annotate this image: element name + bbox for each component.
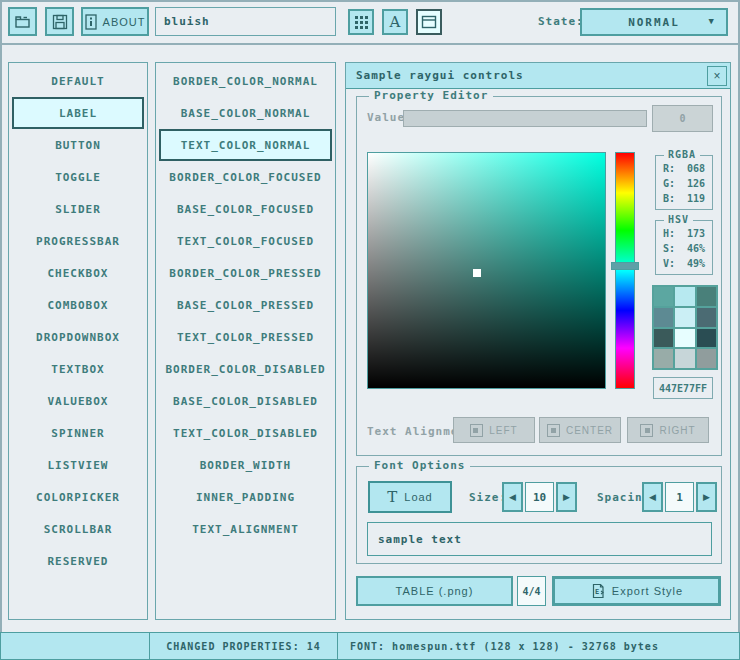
palette-swatch[interactable] bbox=[697, 349, 716, 368]
hue-bar[interactable] bbox=[615, 152, 635, 389]
page-indicator-value: 4/4 bbox=[522, 586, 540, 597]
palette-swatch[interactable] bbox=[654, 329, 673, 348]
properties-list-item[interactable]: BASE_COLOR_NORMAL bbox=[156, 97, 335, 129]
hex-value-box[interactable]: 447E77FF bbox=[653, 377, 713, 399]
text-t-icon: T bbox=[387, 488, 398, 506]
controls-list-item[interactable]: TOGGLE bbox=[9, 161, 147, 193]
controls-list-item[interactable]: DROPDOWNBOX bbox=[9, 321, 147, 353]
floppy-disk-icon bbox=[52, 14, 68, 30]
value-number-box[interactable]: 0 bbox=[652, 105, 713, 132]
controls-list-item[interactable]: TEXTBOX bbox=[9, 353, 147, 385]
controls-list-item[interactable]: COLORPICKER bbox=[9, 481, 147, 513]
controls-list-item[interactable]: RESERVED bbox=[9, 545, 147, 577]
open-file-button[interactable] bbox=[8, 7, 37, 36]
hsv-panel: HSV H:173 S:46% V:49% bbox=[655, 220, 713, 275]
save-file-button[interactable] bbox=[45, 7, 74, 36]
palette-swatch[interactable] bbox=[697, 308, 716, 327]
align-left-icon bbox=[470, 424, 483, 437]
palette-swatch[interactable] bbox=[675, 329, 694, 348]
status-font-info: FONT: homespun.ttf (128 x 128) - 32768 b… bbox=[337, 632, 740, 660]
palette-swatch[interactable] bbox=[697, 287, 716, 306]
controls-list-item[interactable]: VALUEBOX bbox=[9, 385, 147, 417]
controls-list-item[interactable]: PROGRESSBAR bbox=[9, 225, 147, 257]
align-left-button[interactable]: LEFT bbox=[453, 417, 535, 443]
group-label: Font Options bbox=[369, 459, 470, 472]
spacing-value: 1 bbox=[676, 491, 683, 504]
value-slider[interactable] bbox=[403, 110, 647, 127]
spacing-decrement-button[interactable]: ◀ bbox=[642, 482, 663, 512]
state-dropdown[interactable]: NORMAL ▼ bbox=[580, 8, 728, 36]
grid-icon bbox=[355, 16, 368, 29]
palette-swatch[interactable] bbox=[675, 308, 694, 327]
value-number: 0 bbox=[679, 113, 685, 124]
window-title: Sample raygui controls bbox=[356, 69, 524, 82]
controls-list-item[interactable]: SPINNER bbox=[9, 417, 147, 449]
window-icon bbox=[421, 15, 437, 29]
properties-list-item[interactable]: BORDER_WIDTH bbox=[156, 449, 335, 481]
properties-list-item[interactable]: TEXT_COLOR_DISABLED bbox=[156, 417, 335, 449]
size-value-box[interactable]: 10 bbox=[525, 482, 554, 512]
style-name-input[interactable] bbox=[155, 7, 336, 36]
about-button[interactable]: ABOUT bbox=[81, 7, 149, 36]
color-palette bbox=[652, 285, 718, 370]
hue-selector[interactable] bbox=[611, 262, 639, 270]
style-table-view-button[interactable] bbox=[348, 9, 374, 35]
close-button[interactable]: × bbox=[707, 66, 727, 86]
spacing-increment-button[interactable]: ▶ bbox=[696, 482, 717, 512]
properties-list-item[interactable]: BASE_COLOR_PRESSED bbox=[156, 289, 335, 321]
controls-list-item-selected[interactable]: LABEL bbox=[12, 97, 144, 129]
controls-list-item[interactable]: BUTTON bbox=[9, 129, 147, 161]
export-table-button[interactable]: TABLE (.png) bbox=[356, 576, 513, 606]
sample-text-box[interactable]: sample text bbox=[367, 522, 712, 556]
h-value: 173 bbox=[687, 228, 705, 239]
align-center-button[interactable]: CENTER bbox=[539, 417, 621, 443]
align-right-label: RIGHT bbox=[659, 425, 695, 436]
r-value: 068 bbox=[687, 163, 705, 174]
palette-swatch[interactable] bbox=[654, 308, 673, 327]
control-view-button[interactable] bbox=[416, 9, 442, 35]
palette-swatch[interactable] bbox=[654, 287, 673, 306]
controls-listview: DEFAULT LABEL BUTTON TOGGLE SLIDER PROGR… bbox=[8, 62, 148, 620]
properties-list-item[interactable]: BORDER_COLOR_FOCUSED bbox=[156, 161, 335, 193]
properties-list-item[interactable]: BORDER_COLOR_NORMAL bbox=[156, 65, 335, 97]
size-decrement-button[interactable]: ◀ bbox=[502, 482, 523, 512]
align-right-button[interactable]: RIGHT bbox=[627, 417, 709, 443]
properties-list-item[interactable]: INNER_PADDING bbox=[156, 481, 335, 513]
properties-list-item[interactable]: TEXT_ALIGNMENT bbox=[156, 513, 335, 545]
load-font-button[interactable]: T Load bbox=[368, 481, 452, 513]
properties-list-item[interactable]: TEXT_COLOR_FOCUSED bbox=[156, 225, 335, 257]
close-icon: × bbox=[714, 69, 721, 83]
export-style-button[interactable]: E Export Style bbox=[552, 576, 721, 606]
palette-swatch[interactable] bbox=[675, 287, 694, 306]
properties-list-item[interactable]: BORDER_COLOR_DISABLED bbox=[156, 353, 335, 385]
chevron-down-icon: ▼ bbox=[709, 16, 716, 26]
controls-list-item[interactable]: SCROLLBAR bbox=[9, 513, 147, 545]
properties-list-item[interactable]: BORDER_COLOR_PRESSED bbox=[156, 257, 335, 289]
page-indicator[interactable]: 4/4 bbox=[517, 576, 546, 606]
properties-list-item[interactable]: BASE_COLOR_FOCUSED bbox=[156, 193, 335, 225]
hex-value: 447E77FF bbox=[659, 383, 707, 394]
properties-list-item[interactable]: BASE_COLOR_DISABLED bbox=[156, 385, 335, 417]
controls-list-item[interactable]: SLIDER bbox=[9, 193, 147, 225]
properties-list-item-selected[interactable]: TEXT_COLOR_NORMAL bbox=[159, 129, 332, 161]
load-font-label: Load bbox=[404, 491, 432, 503]
controls-list-item[interactable]: COMBOBOX bbox=[9, 289, 147, 321]
r-label: R: bbox=[663, 163, 675, 174]
controls-list-item[interactable]: LISTVIEW bbox=[9, 449, 147, 481]
palette-swatch[interactable] bbox=[654, 349, 673, 368]
properties-list-item[interactable]: TEXT_COLOR_PRESSED bbox=[156, 321, 335, 353]
font-letter-icon: A bbox=[390, 13, 401, 31]
controls-list-item[interactable]: DEFAULT bbox=[9, 65, 147, 97]
controls-list-item[interactable]: CHECKBOX bbox=[9, 257, 147, 289]
properties-listview: BORDER_COLOR_NORMAL BASE_COLOR_NORMAL TE… bbox=[155, 62, 336, 620]
font-view-button[interactable]: A bbox=[382, 9, 408, 35]
palette-swatch[interactable] bbox=[697, 329, 716, 348]
rgba-label: RGBA bbox=[664, 149, 700, 160]
color-picker-panel[interactable] bbox=[367, 152, 606, 389]
color-picker-cursor[interactable] bbox=[473, 269, 481, 277]
v-value: 49% bbox=[687, 258, 705, 269]
size-increment-button[interactable]: ▶ bbox=[556, 482, 577, 512]
export-icon: E bbox=[590, 583, 606, 599]
palette-swatch[interactable] bbox=[675, 349, 694, 368]
spacing-value-box[interactable]: 1 bbox=[665, 482, 694, 512]
